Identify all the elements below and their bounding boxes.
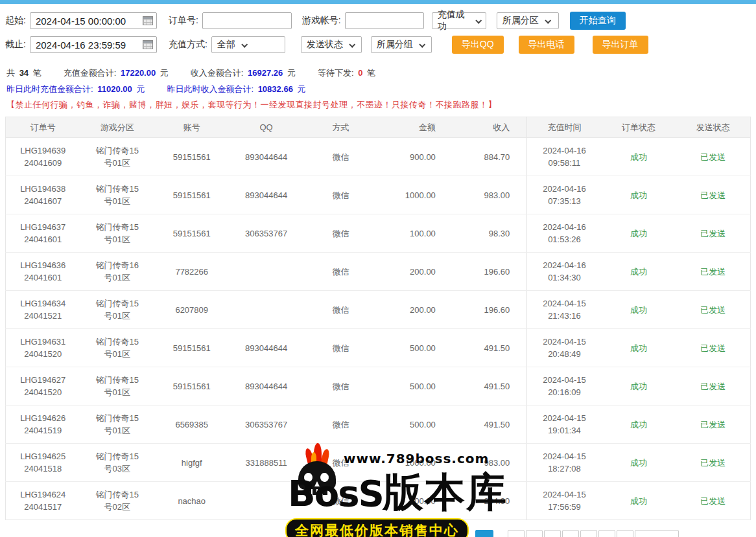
- send-status-cell[interactable]: 已发送: [676, 444, 751, 482]
- pagination-button[interactable]: [617, 530, 633, 537]
- chevron-down-icon: [241, 41, 248, 47]
- send-status-cell[interactable]: 已发送: [676, 214, 751, 253]
- game-account-input[interactable]: [345, 12, 424, 29]
- account-cell: 6207809: [154, 291, 229, 329]
- send-status-cell[interactable]: 已发送: [676, 329, 751, 367]
- zone-select[interactable]: 所属分区: [497, 12, 559, 29]
- end-date-input[interactable]: 2024-04-16 23:59:59: [30, 36, 157, 53]
- calendar-icon[interactable]: [143, 40, 153, 49]
- end-date-label: 截止:: [5, 39, 26, 51]
- filter-row-1: 起始: 2024-04-15 00:00:00 订单号: 游戏帐号: 充值成功 …: [5, 12, 751, 30]
- order-table-row[interactable]: LHG19462624041519 铭门传奇15号01区 6569385 306…: [6, 406, 751, 444]
- order-table-row[interactable]: LHG19462724041520 铭门传奇15号01区 59151561 89…: [6, 367, 751, 406]
- export-qq-button[interactable]: 导出QQ: [452, 36, 504, 54]
- income-cell: 491.50: [453, 329, 527, 367]
- method-cell: 微信: [303, 291, 378, 329]
- pagination-button[interactable]: [508, 530, 525, 537]
- order-no-cell: LHG19463824041607: [6, 176, 80, 214]
- send-status-cell[interactable]: 已发送: [676, 176, 751, 214]
- amount-cell: 1000.00: [378, 176, 453, 214]
- game-zone-cell: 铭门传奇15号02区: [80, 482, 154, 520]
- summary-line-1: 共 34 笔 充值金额合计: 17220.00 元 收入金额合计: 16927.…: [6, 65, 750, 81]
- amount-cell: 500.00: [378, 406, 453, 444]
- order-table-row[interactable]: LHG19463724041601 铭门传奇15号01区 59151561 30…: [6, 214, 751, 253]
- pagination-button[interactable]: [428, 530, 466, 537]
- order-status-cell: 成功: [602, 329, 676, 367]
- recharge-time-cell: 2024-04-1521:43:16: [527, 291, 602, 329]
- export-phone-button[interactable]: 导出电话: [519, 36, 574, 54]
- col-header-order-status: 订单状态: [602, 117, 676, 138]
- total-count-stat: 共 34 笔: [6, 67, 41, 79]
- pagination-button[interactable]: [580, 530, 597, 537]
- order-no-cell: LHG19462624041519: [6, 406, 80, 444]
- pagination-button[interactable]: [544, 530, 561, 537]
- order-table-row[interactable]: LHG19462424041517 铭门传奇15号02区 nachao 微信 3…: [6, 482, 751, 520]
- account-cell: 59151561: [154, 329, 229, 367]
- summary-section: 共 34 笔 充值金额合计: 17220.00 元 收入金额合计: 16927.…: [0, 60, 756, 113]
- amount-cell: 200.00: [378, 253, 453, 291]
- send-status-cell[interactable]: 已发送: [676, 367, 751, 406]
- recharge-sum-value: 17220.00: [121, 68, 156, 78]
- income-cell: 884.70: [453, 138, 527, 176]
- recharge-time-cell: 2024-04-1601:34:30: [527, 253, 602, 291]
- send-status-value: 发送状态: [307, 39, 343, 51]
- recharge-status-select[interactable]: 充值成功: [432, 12, 486, 29]
- yesterday-income-stat: 昨日此时收入金额合计: 10832.66 元: [167, 84, 305, 95]
- order-table-row[interactable]: LHG19463124041520 铭门传奇15号01区 59151561 89…: [6, 329, 751, 367]
- method-cell: 微信: [303, 214, 378, 253]
- query-button[interactable]: 开始查询: [570, 12, 626, 30]
- income-sum-value: 16927.26: [248, 68, 283, 78]
- col-header-send-status: 发送状态: [676, 117, 751, 138]
- amount-cell: 300.00: [378, 482, 453, 520]
- pay-method-select[interactable]: 全部: [211, 36, 285, 53]
- order-no-input[interactable]: [202, 12, 292, 29]
- calendar-icon[interactable]: [143, 16, 153, 25]
- yesterday-income-value: 10832.66: [258, 84, 293, 94]
- amount-cell: 900.00: [378, 138, 453, 176]
- order-status-cell: 成功: [602, 291, 676, 329]
- export-order-button[interactable]: 导出订单: [593, 36, 648, 54]
- send-status-cell[interactable]: 已发送: [676, 482, 751, 520]
- send-status-select[interactable]: 发送状态: [301, 36, 362, 53]
- order-table-row[interactable]: LHG19463824041607 铭门传奇15号01区 59151561 89…: [6, 176, 751, 214]
- qq-cell: 306353767: [229, 406, 303, 444]
- pagination-button[interactable]: [526, 530, 543, 537]
- recharge-time-cell: 2024-04-1520:48:49: [527, 329, 602, 367]
- pending-count-value: 0: [358, 68, 362, 78]
- group-select[interactable]: 所属分组: [371, 36, 432, 53]
- recharge-time-cell: 2024-04-1520:16:09: [527, 367, 602, 406]
- order-no-cell: LHG19463424041521: [6, 291, 80, 329]
- game-zone-cell: 铭门传奇15号01区: [80, 367, 154, 406]
- amount-cell: 500.00: [378, 329, 453, 367]
- order-table-row[interactable]: LHG19462524041518 铭门传奇15号03区 higfgf 3318…: [6, 444, 751, 482]
- game-zone-cell: 铭门传奇15号01区: [80, 329, 154, 367]
- pagination-active-page-button[interactable]: [475, 530, 493, 537]
- order-no-cell: LHG19462724041520: [6, 367, 80, 406]
- order-table-row[interactable]: LHG19463924041609 铭门传奇15号01区 59151561 89…: [6, 138, 751, 176]
- pagination-button[interactable]: [635, 530, 679, 537]
- send-status-cell[interactable]: 已发送: [676, 406, 751, 444]
- game-zone-cell: 铭门传奇15号01区: [80, 291, 154, 329]
- account-cell: 7782266: [154, 253, 229, 291]
- orders-table: 订单号 游戏分区 账号 QQ 方式 金额 收入 充值时间 订单状态 发送状态 L…: [5, 117, 751, 520]
- qq-cell: 893044644: [229, 176, 303, 214]
- order-no-label: 订单号:: [169, 15, 198, 27]
- order-no-cell: LHG19463124041520: [6, 329, 80, 367]
- order-status-cell: 成功: [602, 367, 676, 406]
- send-status-cell[interactable]: 已发送: [676, 253, 751, 291]
- start-date-input[interactable]: 2024-04-15 00:00:00: [30, 12, 157, 29]
- group-select-value: 所属分组: [377, 39, 413, 51]
- game-zone-cell: 铭门传奇15号01区: [80, 214, 154, 253]
- order-table-row[interactable]: LHG19463624041601 铭门传奇16号01区 7782266 微信 …: [6, 253, 751, 291]
- pagination-button[interactable]: [598, 530, 615, 537]
- send-status-cell[interactable]: 已发送: [676, 138, 751, 176]
- chevron-down-icon: [475, 17, 482, 23]
- col-header-game-zone: 游戏分区: [80, 117, 154, 138]
- send-status-cell[interactable]: 已发送: [676, 291, 751, 329]
- order-table-row[interactable]: LHG19463424041521 铭门传奇15号01区 6207809 微信 …: [6, 291, 751, 329]
- order-status-cell: 成功: [602, 406, 676, 444]
- col-header-account: 账号: [154, 117, 229, 138]
- pagination-button[interactable]: [562, 530, 579, 537]
- game-zone-cell: 铭门传奇15号01区: [80, 138, 154, 176]
- total-count-value: 34: [19, 68, 29, 78]
